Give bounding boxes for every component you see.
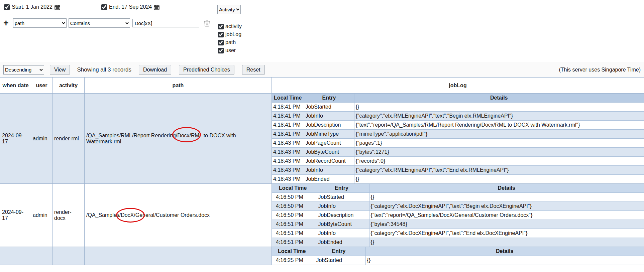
sort-order-select[interactable]: Descending: [3, 65, 44, 75]
joblog-entry-cell: JobDescription: [304, 121, 354, 130]
cell-when-date: 2024-09-17: [0, 184, 31, 247]
cell-path: /QA_Samples/RML/Report Rendering/Docx/RM…: [85, 94, 272, 184]
joblog-header-row: Local Time Entry Details: [272, 184, 644, 193]
joblog-details-text: {"bytes":34548}: [371, 221, 407, 228]
user-checkbox[interactable]: [218, 48, 224, 53]
joblog-time-cell: 4:18:41 PM: [272, 130, 304, 139]
joblog-details-cell: {"category":"elx.DocXEngineAPI","text":"…: [369, 229, 644, 238]
joblog-details-text: {"category":"elx.RMLEngineAPI","text":"B…: [356, 113, 513, 119]
cell-joblog: Local Time Entry Details 4:18:41 PM JobS…: [272, 94, 644, 184]
cell-user: [31, 247, 52, 265]
joblog-header-row: Local Time Entry Details: [272, 247, 644, 256]
path-text: /QA_Samples/DocX/General/Customer Orders…: [86, 212, 210, 218]
joblog-details-cell: {"text":"report=/QA_Samples/DocX/General…: [369, 211, 644, 220]
activity-checkbox[interactable]: [218, 24, 224, 29]
joblog-checkbox[interactable]: [218, 32, 224, 37]
activity-checkbox-label: activity: [225, 23, 242, 29]
joblog-details-cell: {"pages":1}: [354, 139, 644, 148]
joblog-header-row: Local Time Entry Details: [272, 94, 644, 103]
joblog-details-text: {"mimeType":"application/pdf"}: [356, 131, 428, 137]
joblog-time-cell: 4:18:43 PM: [272, 139, 304, 148]
joblog-header-entry: Entry: [312, 247, 365, 256]
cell-path: [85, 247, 272, 265]
joblog-time-cell: 4:16:25 PM: [272, 256, 312, 265]
activity-type-select[interactable]: Activity: [217, 5, 241, 14]
joblog-details-cell: {}: [369, 193, 644, 202]
download-button[interactable]: Download: [139, 65, 171, 75]
joblog-time-cell: 4:16:50 PM: [272, 211, 314, 220]
joblog-header-entry: Entry: [304, 94, 354, 103]
column-checkbox-joblog[interactable]: jobLog: [218, 31, 242, 37]
cell-when-date: 2024-09-17: [0, 94, 31, 184]
filter-panel: Start: 1 Jan 2022 End: 17 Sep 2024 Activ…: [0, 0, 644, 62]
add-filter-button[interactable]: +: [3, 19, 9, 27]
column-checkbox-activity[interactable]: activity: [218, 23, 242, 29]
col-header-user: user: [31, 78, 52, 94]
column-checkbox-path[interactable]: path: [218, 39, 242, 45]
joblog-header-local-time: Local Time: [272, 247, 312, 256]
joblog-row: 4:16:50 PM JobInfo {"category":"elx.DocX…: [272, 202, 644, 211]
joblog-details-text: {"text":"report=/QA_Samples/RML/Report R…: [356, 122, 580, 128]
predefined-choices-button[interactable]: Predefined Choices: [179, 65, 234, 75]
joblog-time-cell: 4:16:50 PM: [272, 202, 314, 211]
path-checkbox[interactable]: [218, 40, 224, 45]
joblog-entry-cell: JobRecordCount: [304, 157, 354, 166]
joblog-details-text: {}: [371, 194, 374, 200]
joblog-row: 4:16:50 PM JobStarted {}: [272, 193, 644, 202]
calendar-icon[interactable]: [154, 4, 159, 10]
joblog-row: 4:16:51 PM JobByteCount {"bytes":34548}: [272, 220, 644, 229]
joblog-details-cell: {"bytes":34548}: [369, 220, 644, 229]
table-row: 2024-09-17 admin render-rml /QA_Samples/…: [0, 94, 644, 184]
joblog-entry-cell: JobEnded: [314, 238, 369, 247]
cell-path: /QA_Samples/DocX/General/Customer Orders…: [85, 184, 272, 247]
joblog-row: 4:16:25 PM JobStarted {}: [272, 256, 644, 265]
cell-activity: render-rml: [52, 94, 85, 184]
joblog-details-text: {"category":"elx.DocXEngineAPI","text":"…: [371, 230, 528, 237]
joblog-time-cell: 4:16:50 PM: [272, 193, 314, 202]
joblog-entry-cell: JobByteCount: [304, 148, 354, 157]
end-date-label: End: 17 Sep 2024: [109, 4, 152, 10]
joblog-row: 4:18:43 PM JobInfo {"category":"elx.RMLE…: [272, 166, 644, 175]
start-date-filter: Start: 1 Jan 2022: [4, 4, 60, 10]
start-date-checkbox[interactable]: [4, 4, 10, 10]
end-date-checkbox[interactable]: [101, 4, 107, 10]
joblog-details-cell: {"text":"report=/QA_Samples/RML/Report R…: [354, 121, 644, 130]
joblog-entry-cell: JobStarted: [314, 193, 369, 202]
cell-user: admin: [31, 94, 52, 184]
operator-select[interactable]: Contains: [69, 18, 130, 28]
cell-joblog: Local Time Entry Details 4:16:50 PM JobS…: [272, 184, 644, 247]
joblog-row: 4:16:51 PM JobInfo {"category":"elx.DocX…: [272, 229, 644, 238]
joblog-details-cell: {}: [354, 103, 644, 112]
col-header-path: path: [85, 78, 272, 94]
joblog-entry-cell: JobEnded: [304, 175, 354, 184]
joblog-entry-cell: JobDescription: [314, 211, 369, 220]
column-checkbox-user[interactable]: user: [218, 47, 242, 53]
results-table: when date user activity path jobLog 2024…: [0, 77, 644, 265]
calendar-icon[interactable]: [55, 4, 60, 10]
joblog-entry-cell: JobPageCount: [304, 139, 354, 148]
joblog-entry-cell: JobMimeType: [304, 130, 354, 139]
joblog-entry-cell: JobInfo: [314, 229, 369, 238]
joblog-entry-cell: JobStarted: [304, 103, 354, 112]
cell-user: admin: [31, 184, 52, 247]
joblog-time-cell: 4:18:43 PM: [272, 157, 304, 166]
joblog-time-cell: 4:18:43 PM: [272, 148, 304, 157]
joblog-entry-cell: JobByteCount: [314, 220, 369, 229]
joblog-details-text: {}: [356, 104, 359, 110]
joblog-table: Local Time Entry Details 4:16:25 PM JobS…: [272, 247, 644, 265]
joblog-details-text: {"category":"elx.RMLEngineAPI","text":"E…: [356, 167, 509, 173]
cell-when-date: [0, 247, 31, 265]
cell-activity: render-docx: [52, 184, 85, 247]
joblog-time-cell: 4:16:51 PM: [272, 238, 314, 247]
joblog-details-text: {"bytes":1271}: [356, 149, 389, 155]
field-select[interactable]: path: [13, 18, 67, 28]
joblog-time-cell: 4:16:51 PM: [272, 229, 314, 238]
cell-joblog: Local Time Entry Details 4:16:25 PM JobS…: [272, 247, 644, 265]
table-row: 2024-09-17 admin render-docx /QA_Samples…: [0, 184, 644, 247]
trash-icon[interactable]: [204, 19, 210, 27]
filter-value-input[interactable]: [132, 19, 199, 27]
reset-button[interactable]: Reset: [242, 65, 265, 75]
joblog-header-details: Details: [354, 94, 644, 103]
joblog-entry-cell: JobStarted: [312, 256, 365, 265]
view-button[interactable]: View: [50, 65, 70, 75]
